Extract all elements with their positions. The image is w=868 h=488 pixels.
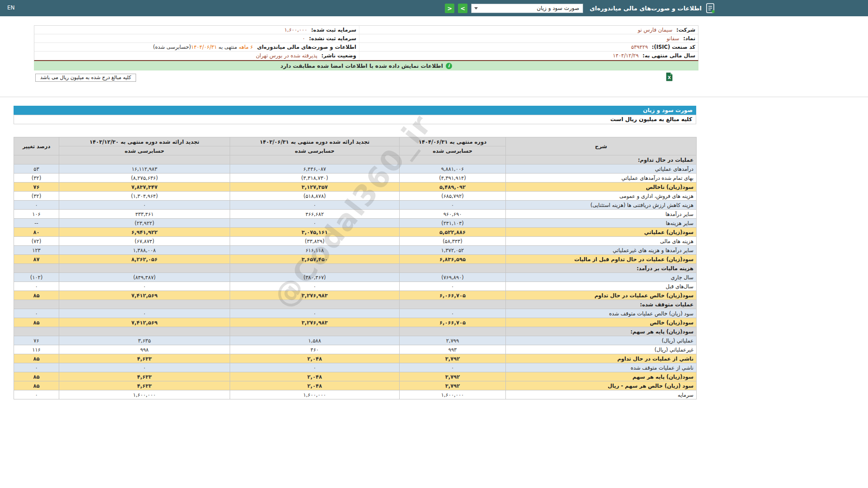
row-label: سایر درآمدها <box>506 210 697 219</box>
section-row: سود(زیان) پایه هر سهم: <box>14 327 697 336</box>
issuer-status-label: وضعیت ناشر: <box>321 52 356 59</box>
cell-value: ۳,۶۳۵ <box>59 336 230 345</box>
cell-value: ۳,۲۷۶,۹۸۳ <box>230 318 400 327</box>
company-info-row: سال مالی منتهی به: ۱۴۰۴/۱۲/۲۹ وضعیت ناشر… <box>34 52 698 60</box>
audited-subheader: حسابرسی شده <box>59 146 230 155</box>
statement-title-bar: صورت سود و زیان <box>14 106 696 115</box>
table-row: عملیاتي (ریال)۲,۷۹۹۱,۵۸۸۳,۶۳۵۷۶ <box>14 336 697 345</box>
row-label: سال جاری <box>506 273 697 282</box>
table-row: هزینه کاهش ارزش دریافتنی ها (هزینه استثن… <box>14 201 697 210</box>
company-info-row: کد صنعت (ISIC): ۵۳۹۴۲۹ اطلاعات و صورت‌ها… <box>34 43 698 52</box>
symbol-label: نماد: <box>683 35 695 42</box>
table-row: بهای تمام شده درآمدهای عملیاتي(۴,۳۹۱,۹۱۴… <box>14 174 697 183</box>
cell-value: ۹۹۸ <box>59 345 230 354</box>
cell-percent: ۰ <box>14 309 59 318</box>
empty-cell <box>230 300 400 309</box>
cell-value: ۰ <box>400 201 506 210</box>
cell-value: ۱,۶۰۰,۰۰۰ <box>59 390 230 399</box>
next-button[interactable]: > <box>458 4 467 13</box>
empty-cell <box>230 264 400 273</box>
report-select[interactable]: صورت سود و زیان <box>471 4 583 13</box>
row-label: عملیاتي (ریال) <box>506 336 697 345</box>
row-label: سود (زیان) خالص عملیات متوقف شده <box>506 309 697 318</box>
section-row: عملیات در حال تداوم: <box>14 155 697 164</box>
table-row: ناشي از عملیات در حال تداوم۳,۷۹۲۲,۰۴۸۴,۶… <box>14 354 697 363</box>
cell-value: ۱,۶۰۰,۰۰۰ <box>230 390 400 399</box>
cell-value: (۲۴۱,۱۰۴) <box>400 219 506 228</box>
cell-value: ۹۶۰,۶۹۰ <box>400 210 506 219</box>
cell-value: ۳,۷۹۲ <box>400 372 506 381</box>
cell-value: ۳,۶۵۷,۴۵۰ <box>230 255 400 264</box>
fiscal-year-value: ۱۴۰۴/۱۲/۲۹ <box>613 52 639 59</box>
cell-value: (۵۸,۳۴۳) <box>400 237 506 246</box>
cell-value: ۹,۸۸۱,۰۰۶ <box>400 164 506 174</box>
cell-percent: -- <box>14 219 59 228</box>
cell-value: ۷,۴۱۲,۵۶۹ <box>59 291 230 300</box>
cell-value: ۲,۰۴۸ <box>230 354 400 363</box>
empty-cell <box>400 264 506 273</box>
table-row: سود(زیان) ناخالص۵,۴۸۹,۰۹۲۳,۱۲۷,۳۵۷۷,۸۳۷,… <box>14 183 697 192</box>
empty-cell <box>59 327 230 336</box>
issuer-status-value: پذیرفته شده در بورس تهران <box>256 52 317 59</box>
table-row: هزینه های مالی(۵۸,۳۴۳)(۳۳,۸۲۹)(۶۷,۸۷۴)(۷… <box>14 237 697 246</box>
row-label: بهای تمام شده درآمدهای عملیاتي <box>506 174 697 183</box>
row-label: سال‌های قبل <box>506 282 697 291</box>
cell-value: (۸۴۹,۴۸۷) <box>59 273 230 282</box>
capital-registered-label: سرمایه ثبت شده: <box>311 27 356 33</box>
cell-value: (۵۱۸,۸۷۸) <box>230 192 400 201</box>
isic-label: کد صنعت (ISIC): <box>652 44 695 50</box>
capital-unregistered-label: سرمایه ثبت نشده: <box>309 35 356 42</box>
chevron-down-icon <box>474 7 478 9</box>
row-label: هزینه کاهش ارزش دریافتنی ها (هزینه استثن… <box>506 201 697 210</box>
cell-value: (۱,۳۰۴,۹۶۴) <box>59 192 230 201</box>
fiscal-year-label: سال مالی منتهی به: <box>642 52 695 59</box>
cell-value: ۱۶,۱۱۲,۹۸۳ <box>59 164 230 174</box>
column-header-description: شرح <box>506 137 697 155</box>
empty-cell <box>14 327 59 336</box>
period-end-date: ۱۴۰۴/۰۶/۳۱ <box>191 44 217 50</box>
cell-value: ۳,۷۹۲ <box>400 354 506 363</box>
statement-unit-bar: کلیه مبالغ به میلیون ریال است <box>14 115 696 124</box>
cell-value: ۰ <box>59 201 230 210</box>
cell-value: ۶۱۶,۱۱۸ <box>230 246 400 255</box>
company-value: سیمان فارس نو <box>638 27 673 33</box>
cell-value: (۸,۲۷۵,۶۳۶) <box>59 174 230 183</box>
cell-percent: ۵۳ <box>14 164 59 174</box>
table-row: هزینه های فروش، اداری و عمومی(۶۸۵,۷۹۲)(۵… <box>14 192 697 201</box>
cell-value: ۱,۵۸۸ <box>230 336 400 345</box>
row-label: غیرعملیاتي (ریال) <box>506 345 697 354</box>
cell-percent: ۰ <box>14 282 59 291</box>
cell-value: (۷۶۹,۸۹۰) <box>400 273 506 282</box>
row-label: سود (زیان) خالص هر سهم - ریال <box>506 381 697 390</box>
empty-cell <box>14 300 59 309</box>
prev-button[interactable]: < <box>445 4 454 13</box>
cell-value: ۴۶۶,۶۸۲ <box>230 210 400 219</box>
cell-value: ۰ <box>230 201 400 210</box>
svg-text:X: X <box>668 75 671 80</box>
table-header-row: شرح دوره منتهی به ۱۴۰۴/۰۶/۳۱ تجدید ارائه… <box>14 137 697 146</box>
cell-value: ۴۳۳,۴۶۱ <box>59 210 230 219</box>
section-label: عملیات در حال تداوم: <box>506 155 697 164</box>
language-toggle[interactable]: EN <box>7 5 15 11</box>
cell-value: ۴,۶۳۳ <box>59 381 230 390</box>
signature-match-text: اطلاعات نمایش داده شده با اطلاعات امضا ش… <box>280 63 443 69</box>
row-label: هزینه های مالی <box>506 237 697 246</box>
table-row: سود (زیان) خالص عملیات متوقف شده۰۰۰۰ <box>14 309 697 318</box>
excel-export-icon[interactable]: X <box>665 72 673 81</box>
table-row: سود(زیان) عملیات در حال تداوم قبل از مال… <box>14 255 697 264</box>
cell-value: (۳۳,۸۲۹) <box>230 237 400 246</box>
cell-value: ۶,۰۶۶,۷۰۵ <box>400 318 506 327</box>
app-icon[interactable] <box>705 3 715 14</box>
row-label: سایر هزینه‌ها <box>506 219 697 228</box>
empty-cell <box>14 264 59 273</box>
company-label: شرکت: <box>676 27 695 33</box>
table-row: سایر هزینه‌ها(۲۴۱,۱۰۴)۰(۲۳,۹۲۲)-- <box>14 219 697 228</box>
cell-percent: (۷۲) <box>14 237 59 246</box>
cell-value: ۰ <box>230 309 400 318</box>
empty-cell <box>59 300 230 309</box>
empty-cell <box>59 264 230 273</box>
cell-value: ۳,۲۷۶,۹۸۳ <box>230 291 400 300</box>
table-row: سود(زیان) خالص۶,۰۶۶,۷۰۵۳,۲۷۶,۹۸۳۷,۴۱۲,۵۶… <box>14 318 697 327</box>
cell-value: ۰ <box>400 363 506 372</box>
signature-match-banner: i اطلاعات نمایش داده شده با اطلاعات امضا… <box>34 61 698 70</box>
